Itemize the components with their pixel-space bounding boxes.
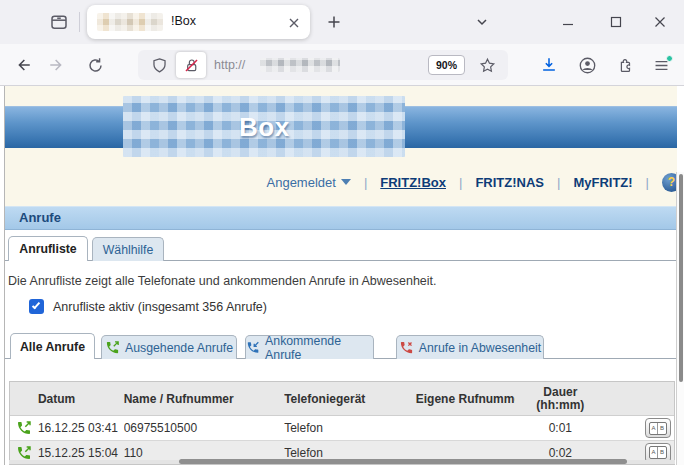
account-icon[interactable] — [572, 51, 602, 79]
forward-icon[interactable] — [42, 50, 72, 80]
header-device: Telefoniegerät — [284, 392, 416, 406]
zoom-level-badge[interactable]: 90% — [428, 55, 465, 75]
nav-separator: | — [364, 175, 367, 190]
cell-datum: 16.12.25 03:41 — [38, 421, 124, 435]
cell-number: 06975510500 — [124, 421, 285, 435]
redacted-url — [260, 58, 340, 72]
vertical-scrollbar-thumb[interactable] — [679, 174, 683, 382]
primary-tab-row: Anrufliste Wählhilfe — [5, 236, 677, 261]
table-row: 16.12.25 03:41 06975510500 Telefon 0:01 — [10, 416, 674, 440]
nav-separator: | — [459, 175, 462, 190]
call-table: Datum Name / Rufnummer Telefoniegerät Ei… — [9, 381, 675, 465]
tab-title: !Box — [171, 14, 196, 28]
tab-list-chevron-icon[interactable] — [468, 9, 496, 35]
tab-ankommende-anrufe[interactable]: Ankommende Anrufe — [245, 335, 374, 359]
header-datum: Datum — [38, 392, 124, 406]
tab-anrufliste[interactable]: Anrufliste — [8, 236, 88, 261]
session-menu[interactable]: Angemeldet — [267, 175, 351, 190]
reload-icon[interactable] — [80, 50, 110, 80]
menu-notification-dot — [666, 55, 673, 62]
nav-separator: | — [646, 175, 649, 190]
call-list-active-checkbox[interactable] — [29, 299, 44, 314]
tab-separator — [79, 12, 80, 32]
page-viewport: Box Angemeldet | FRITZ!Box | FRITZ!NAS |… — [0, 86, 684, 465]
browser-tab[interactable]: !Box — [87, 5, 310, 39]
outgoing-call-icon — [16, 445, 32, 461]
redacted-tab-favicon-title — [97, 13, 163, 31]
bookmark-star-icon[interactable] — [474, 53, 500, 77]
header-own-number: Eigene Rufnummer — [416, 392, 516, 406]
cell-duration: 0:01 — [515, 421, 605, 435]
fritzbox-page: Box Angemeldet | FRITZ!Box | FRITZ!NAS |… — [4, 86, 676, 465]
vertical-scrollbar-track[interactable] — [676, 172, 684, 465]
extensions-icon[interactable] — [610, 51, 640, 79]
nav-separator: | — [557, 175, 560, 190]
outgoing-call-icon — [16, 420, 32, 436]
incoming-call-icon — [246, 340, 260, 355]
insecure-connection-icon[interactable] — [176, 52, 206, 78]
nav-link-fritzbox[interactable]: FRITZ!Box — [380, 175, 446, 190]
cell-device: Telefon — [284, 421, 416, 435]
filter-tab-row: Alle Anrufe Ausgehende Anrufe Ankommende… — [5, 333, 677, 359]
cell-duration: 0:02 — [515, 446, 605, 460]
phonebook-icon — [649, 446, 667, 459]
logo-visible-text: Box — [239, 112, 290, 143]
session-label: Angemeldet — [267, 175, 336, 190]
add-to-phonebook-button[interactable] — [645, 418, 671, 438]
horizontal-scrollbar-thumb[interactable] — [179, 459, 627, 464]
call-list-active-row[interactable]: Anrufliste aktiv (insgesamt 356 Anrufe) — [29, 299, 267, 314]
table-header-row: Datum Name / Rufnummer Telefoniegerät Ei… — [10, 382, 674, 416]
cell-number: 110 — [124, 446, 285, 460]
header-duration: Dauer (hh:mm) — [515, 386, 605, 412]
tab-anrufe-in-abwesenheit[interactable]: Anrufe in Abwesenheit — [396, 335, 544, 359]
top-navigation: Angemeldet | FRITZ!Box | FRITZ!NAS | MyF… — [267, 172, 682, 192]
downloads-icon[interactable] — [534, 51, 564, 79]
tab-close-icon[interactable] — [284, 13, 304, 33]
nav-link-fritznas[interactable]: FRITZ!NAS — [475, 175, 544, 190]
tab-waehlhilfe[interactable]: Wählhilfe — [92, 237, 164, 261]
call-list-active-label: Anrufliste aktiv (insgesamt 356 Anrufe) — [53, 300, 267, 314]
back-icon[interactable] — [8, 50, 38, 80]
firefox-view-icon[interactable] — [44, 9, 74, 35]
cell-datum: 15.12.25 15:04 — [38, 446, 124, 460]
checkmark-icon — [32, 301, 40, 310]
window-close-icon[interactable] — [643, 8, 677, 36]
tab-alle-anrufe[interactable]: Alle Anrufe — [10, 333, 95, 359]
outgoing-call-icon — [105, 340, 120, 355]
browser-tab-strip: !Box — [0, 0, 684, 44]
nav-link-myfritz[interactable]: MyFRITZ! — [573, 175, 632, 190]
missed-call-icon — [399, 340, 414, 355]
section-title-bar: Anrufe — [5, 206, 677, 230]
tab-alle-anrufe-label: Alle Anrufe — [20, 340, 85, 354]
tab-ankommende-label: Ankommende Anrufe — [265, 334, 373, 362]
window-minimize-icon[interactable] — [551, 8, 585, 36]
new-tab-icon[interactable] — [320, 9, 348, 35]
window-maximize-icon[interactable] — [599, 8, 633, 36]
phonebook-icon — [649, 422, 667, 435]
menu-hamburger-icon[interactable] — [646, 51, 676, 79]
call-list-description: Die Anrufliste zeigt alle Telefonate und… — [8, 274, 437, 288]
header-name: Name / Rufnummer — [124, 392, 285, 406]
tracking-shield-icon[interactable] — [146, 53, 172, 77]
cell-device: Telefon — [284, 446, 416, 460]
tab-ausgehende-anrufe[interactable]: Ausgehende Anrufe — [101, 335, 237, 359]
dropdown-caret-icon — [341, 179, 351, 185]
tab-abwesenheit-label: Anrufe in Abwesenheit — [419, 341, 541, 355]
tab-ausgehende-label: Ausgehende Anrufe — [125, 341, 233, 355]
url-scheme: http:// — [214, 58, 245, 72]
